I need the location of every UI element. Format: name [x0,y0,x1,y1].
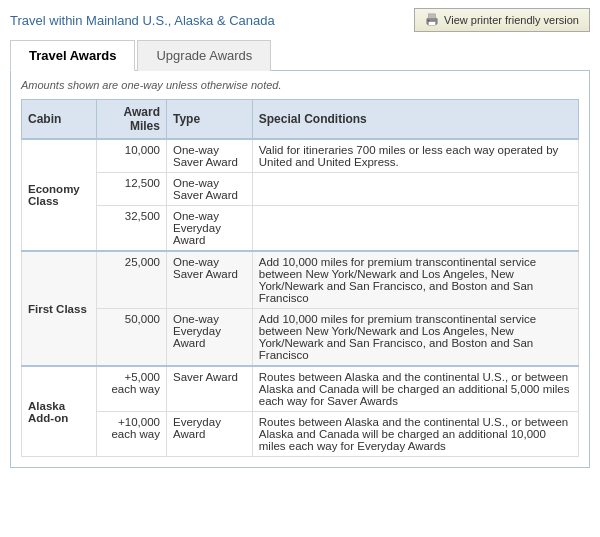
table-row: Economy Class10,000One-way Saver AwardVa… [22,139,579,173]
note-text: Amounts shown are one-way unless otherwi… [21,79,579,91]
tab-upgrade-awards[interactable]: Upgrade Awards [137,40,271,71]
award-type: One-way Saver Award [166,251,252,309]
page-container: Travel within Mainland U.S., Alaska & Ca… [0,0,600,537]
table-row: 50,000One-way Everyday AwardAdd 10,000 m… [22,309,579,367]
award-miles: 50,000 [96,309,166,367]
special-conditions: Valid for itineraries 700 miles or less … [252,139,578,173]
award-miles: +10,000 each way [96,412,166,457]
award-type: Everyday Award [166,412,252,457]
col-cabin: Cabin [22,100,97,140]
special-conditions: Routes between Alaska and the continenta… [252,366,578,412]
page-title: Travel within Mainland U.S., Alaska & Ca… [10,13,275,28]
printer-button[interactable]: View printer friendly version [414,8,590,32]
col-conditions: Special Conditions [252,100,578,140]
table-row: First Class25,000One-way Saver AwardAdd … [22,251,579,309]
table-row: 32,500One-way Everyday Award [22,206,579,252]
cabin-label: Alaska Add-on [22,366,97,457]
printer-icon [425,13,439,27]
cabin-label: Economy Class [22,139,97,251]
award-type: One-way Saver Award [166,139,252,173]
content-box: Amounts shown are one-way unless otherwi… [10,70,590,468]
table-row: +10,000 each wayEveryday AwardRoutes bet… [22,412,579,457]
award-miles: 25,000 [96,251,166,309]
col-miles: Award Miles [96,100,166,140]
award-miles: +5,000 each way [96,366,166,412]
cabin-label: First Class [22,251,97,366]
svg-rect-2 [429,22,436,26]
printer-button-label: View printer friendly version [444,14,579,26]
award-type: Saver Award [166,366,252,412]
special-conditions: Add 10,000 miles for premium transcontin… [252,251,578,309]
special-conditions [252,173,578,206]
award-type: One-way Saver Award [166,173,252,206]
page-header: Travel within Mainland U.S., Alaska & Ca… [10,8,590,32]
award-type: One-way Everyday Award [166,206,252,252]
col-type: Type [166,100,252,140]
special-conditions: Routes between Alaska and the continenta… [252,412,578,457]
award-miles: 32,500 [96,206,166,252]
svg-rect-1 [429,14,436,18]
special-conditions [252,206,578,252]
table-row: 12,500One-way Saver Award [22,173,579,206]
award-miles: 10,000 [96,139,166,173]
tabs-container: Travel Awards Upgrade Awards [10,40,590,71]
svg-rect-3 [428,20,430,21]
special-conditions: Add 10,000 miles for premium transcontin… [252,309,578,367]
awards-table: Cabin Award Miles Type Special Condition… [21,99,579,457]
award-type: One-way Everyday Award [166,309,252,367]
table-header-row: Cabin Award Miles Type Special Condition… [22,100,579,140]
table-row: Alaska Add-on+5,000 each waySaver AwardR… [22,366,579,412]
award-miles: 12,500 [96,173,166,206]
tab-travel-awards[interactable]: Travel Awards [10,40,135,71]
